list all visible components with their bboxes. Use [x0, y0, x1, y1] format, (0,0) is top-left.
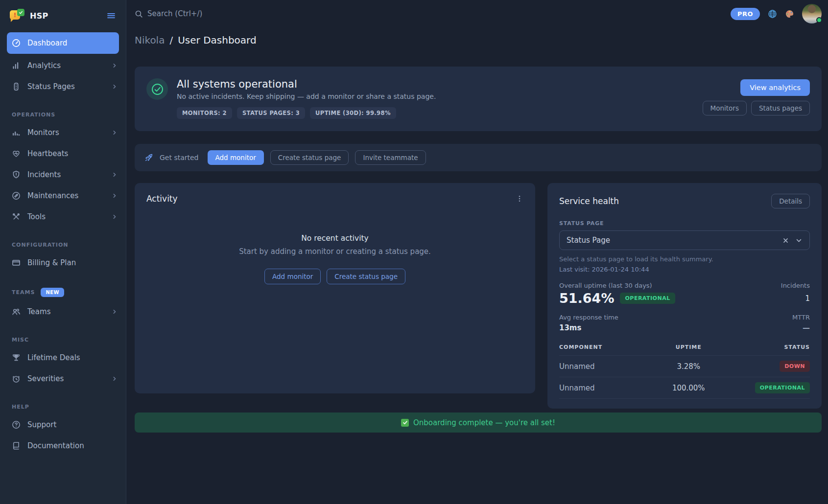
- operational-status-badge: OPERATIONAL: [755, 382, 810, 393]
- sidebar-item-label: Severities: [27, 374, 64, 383]
- status-page-field-label: STATUS PAGE: [559, 220, 810, 227]
- create-status-page-empty-button[interactable]: Create status page: [327, 269, 405, 284]
- invite-teammate-button[interactable]: Invite teammate: [355, 150, 426, 165]
- pro-plan-badge[interactable]: PRO: [731, 8, 760, 20]
- dashboard-gauge-icon: [12, 39, 21, 47]
- sidebar-item-lifetime-deals[interactable]: Lifetime Deals: [0, 347, 126, 368]
- add-monitor-button[interactable]: Add monitor: [208, 150, 264, 165]
- details-button[interactable]: Details: [771, 194, 810, 208]
- table-row: Unnamed 3.28% DOWN: [559, 356, 810, 377]
- sidebar-section-teams: TEAMS NEW: [0, 273, 126, 301]
- sidebar-item-documentation[interactable]: Documentation: [0, 435, 126, 456]
- empty-state-title: No recent activity: [146, 234, 523, 243]
- main-content: Search (Ctrl+/) PRO Nikola / User Dashbo…: [126, 0, 828, 504]
- sidebar-item-analytics[interactable]: Analytics: [0, 55, 126, 76]
- sidebar-section-help: HELP: [0, 389, 126, 414]
- column-header-component: COMPONENT: [559, 344, 648, 350]
- hero-content: All systems operational No active incide…: [177, 78, 436, 119]
- sidebar-item-severities[interactable]: Severities: [0, 368, 126, 389]
- sidebar-item-label: Monitors: [27, 128, 59, 137]
- monitors-count-chip: MONITORS: 2: [177, 107, 232, 119]
- clear-selection-icon[interactable]: [782, 237, 789, 244]
- chevron-right-icon: [111, 213, 118, 220]
- topbar: Search (Ctrl+/) PRO: [135, 0, 822, 27]
- overall-uptime-label: Overall uptime (last 30 days): [559, 282, 675, 289]
- breadcrumb-parent[interactable]: Nikola: [135, 34, 165, 46]
- sidebar-item-heartbeats[interactable]: Heartbeats: [0, 143, 126, 164]
- component-uptime: 3.28%: [648, 362, 729, 371]
- shield-alert-icon: [12, 170, 21, 179]
- activity-title: Activity: [146, 194, 178, 204]
- language-globe-icon[interactable]: [768, 9, 777, 19]
- overall-uptime-value: 51.64%: [559, 291, 614, 306]
- service-health-card: Service health Details STATUS PAGE Statu…: [547, 183, 822, 409]
- sidebar-item-tools[interactable]: Tools: [0, 206, 126, 227]
- logo-check-icon: [17, 9, 24, 16]
- sidebar-item-maintenances[interactable]: Maintenances: [0, 185, 126, 206]
- system-status-banner: All systems operational No active incide…: [135, 67, 822, 131]
- sidebar-item-billing[interactable]: Billing & Plan: [0, 252, 126, 273]
- chevron-right-icon: [111, 308, 118, 315]
- heartbeat-icon: [12, 149, 21, 158]
- create-status-page-button[interactable]: Create status page: [270, 150, 349, 165]
- app-logo-icon: !: [10, 8, 24, 23]
- last-visit-text: Last visit: 2026-01-24 10:44: [559, 266, 810, 273]
- sidebar-item-label: Maintenances: [27, 191, 78, 200]
- breadcrumb-separator: /: [169, 34, 173, 46]
- empty-state-subtitle: Start by adding a monitor or creating a …: [146, 247, 523, 256]
- avg-response-value: 13ms: [559, 323, 618, 332]
- sidebar-header: ! HSP: [0, 0, 126, 31]
- chevron-down-icon[interactable]: [795, 237, 803, 244]
- kebab-menu-icon[interactable]: [516, 195, 523, 203]
- activity-card-header: Activity: [146, 194, 523, 204]
- down-status-badge: DOWN: [780, 361, 810, 372]
- chevron-right-icon: [111, 192, 118, 199]
- hero-actions: View analytics Monitors Status pages: [703, 78, 810, 119]
- sidebar-item-label: Status Pages: [27, 82, 75, 91]
- avg-response-block: Avg response time 13ms: [559, 314, 618, 332]
- sidebar-section-misc: MISC: [0, 322, 126, 347]
- onboarding-banner-text: Onboarding complete — you're all set!: [413, 418, 555, 427]
- sidebar-item-monitors[interactable]: Monitors: [0, 122, 126, 143]
- alarm-clock-icon: [12, 374, 21, 383]
- chevron-right-icon: [111, 83, 118, 90]
- component-table: COMPONENT UPTIME STATUS Unnamed 3.28% DO…: [559, 341, 810, 399]
- sidebar-item-support[interactable]: Support: [0, 414, 126, 435]
- view-analytics-button[interactable]: View analytics: [740, 79, 810, 96]
- component-uptime: 100.00%: [648, 384, 729, 392]
- user-avatar[interactable]: [802, 4, 822, 23]
- menu-toggle-icon[interactable]: [106, 11, 116, 21]
- monitors-bars-icon: [12, 128, 21, 137]
- rocket-icon: [144, 153, 153, 162]
- add-monitor-empty-button[interactable]: Add monitor: [264, 269, 321, 284]
- sidebar-item-dashboard[interactable]: Dashboard: [7, 32, 119, 54]
- incidents-label: Incidents: [781, 282, 810, 289]
- sidebar-item-incidents[interactable]: Incidents: [0, 164, 126, 185]
- sidebar-item-label: Heartbeats: [27, 149, 68, 158]
- select-helper-text: Select a status page to load its health …: [559, 255, 810, 263]
- sidebar: ! HSP Dashboard Analytics Status Pages O…: [0, 0, 126, 504]
- select-controls: [782, 237, 803, 244]
- avg-response-label: Avg response time: [559, 314, 618, 321]
- hero-title: All systems operational: [177, 78, 436, 90]
- wrench-circle-icon: [12, 191, 21, 200]
- search-input[interactable]: Search (Ctrl+/): [135, 9, 202, 18]
- trophy-icon: [12, 353, 21, 362]
- theme-palette-icon[interactable]: [785, 9, 794, 19]
- empty-state-actions: Add monitor Create status page: [146, 269, 523, 284]
- sidebar-item-label: Documentation: [27, 441, 84, 450]
- chevron-right-icon: [111, 375, 118, 382]
- check-square-icon: [401, 419, 409, 427]
- sidebar-item-teams[interactable]: Teams: [0, 301, 126, 322]
- status-page-select[interactable]: Status Page: [559, 230, 810, 250]
- monitors-button[interactable]: Monitors: [703, 101, 747, 115]
- table-row: Unnamed 100.00% OPERATIONAL: [559, 377, 810, 399]
- service-health-title: Service health: [559, 196, 619, 206]
- online-status-dot: [816, 17, 822, 23]
- sidebar-item-status-pages[interactable]: Status Pages: [0, 76, 126, 97]
- new-badge: NEW: [41, 288, 64, 297]
- status-pages-button[interactable]: Status pages: [751, 101, 810, 115]
- sidebar-item-label: Tools: [27, 212, 46, 221]
- response-mttr-row: Avg response time 13ms MTTR —: [559, 314, 810, 332]
- incidents-block: Incidents 1: [781, 282, 810, 306]
